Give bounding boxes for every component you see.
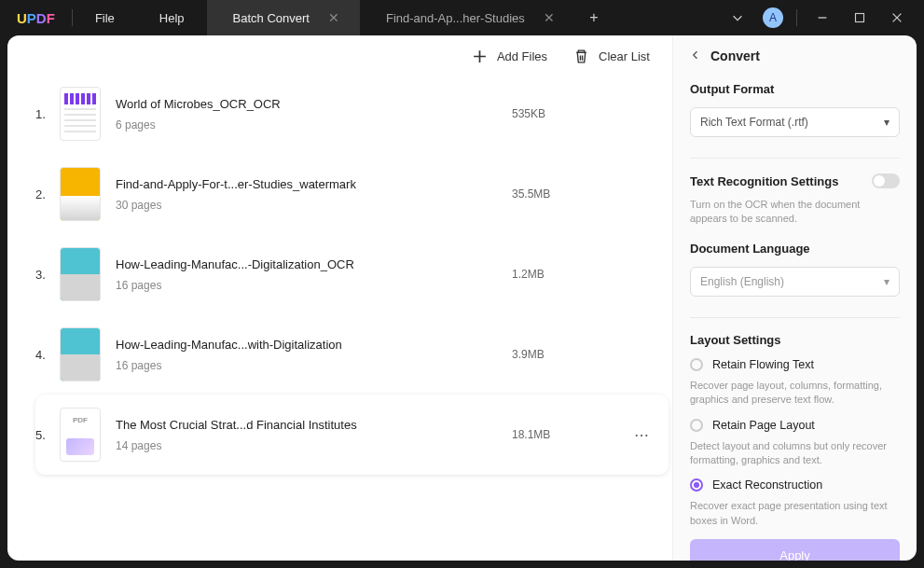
file-thumbnail [60,87,101,141]
tab-document[interactable]: Find-and-Ap...her-Studies ✕ [360,0,575,35]
file-pages: 16 pages [116,359,512,372]
file-thumbnail: PDF [60,408,101,462]
file-title: World of Microbes_OCR_OCR [116,97,512,111]
tab-label: Batch Convert [233,11,310,25]
divider [796,9,797,26]
file-thumbnail [60,167,101,221]
row-number: 3. [35,268,60,282]
tab-label: Find-and-Ap...her-Studies [386,11,525,25]
file-size: 35.5MB [512,187,624,201]
file-title: How-Leading-Manufac...with-Digitalizatio… [116,338,512,352]
file-pages: 14 pages [116,439,512,452]
output-format-label: Output Format [690,82,900,96]
file-size: 3.9MB [512,348,624,361]
close-icon[interactable]: ✕ [328,10,339,25]
select-value: English (English) [700,275,784,288]
file-size: 535KB [512,107,624,120]
file-list-panel: Add Files Clear List 1. World of Microbe… [7,35,672,561]
list-item[interactable]: 4. How-Leading-Manufac...with-Digitaliza… [35,314,669,395]
layout-label: Layout Settings [690,333,900,347]
radio-label: Retain Page Layout [712,419,815,432]
close-icon[interactable]: ✕ [544,10,555,25]
panel-title: Convert [710,48,760,63]
file-title: The Most Crucial Strat...d Financial Ins… [116,418,512,432]
tab-add-button[interactable]: + [575,0,613,35]
ocr-help-text: Turn on the OCR when the document appear… [690,198,900,227]
titlebar: UPDF File Help Batch Convert ✕ Find-and-… [0,0,924,35]
output-format-select[interactable]: Rich Text Format (.rtf) ▾ [690,107,900,137]
radio-label: Retain Flowing Text [712,358,814,371]
radio-retain-page-layout[interactable] [690,419,703,432]
ocr-toggle[interactable] [872,173,900,188]
file-title: Find-and-Apply-For-t...er-Studies_waterm… [116,177,512,191]
list-item[interactable]: 3. How-Leading-Manufac...-Digitalization… [35,234,669,314]
file-size: 18.1MB [512,428,624,441]
row-number: 1. [35,107,60,121]
file-thumbnail [60,327,101,381]
radio-help: Recover exact page presentation using te… [690,499,900,528]
convert-panel: Convert Output Format Rich Text Format (… [672,35,917,561]
ocr-label: Text Recognition Settings [690,174,838,188]
app-logo: UPDF [0,10,72,26]
window-close-icon[interactable] [885,6,909,30]
row-number: 2. [35,187,60,201]
radio-help: Recover page layout, columns, formatting… [690,379,900,408]
language-select[interactable]: English (English) ▾ [690,267,900,297]
list-item[interactable]: 1. World of Microbes_OCR_OCR 6 pages 535… [35,74,669,154]
svg-rect-0 [856,14,864,22]
radio-help: Detect layout and columns but only recov… [690,439,900,468]
avatar[interactable]: A [763,7,783,28]
minimize-icon[interactable] [810,6,834,30]
tab-strip: Batch Convert ✕ Find-and-Ap...her-Studie… [207,0,613,35]
window-controls: A [725,6,924,30]
add-files-button[interactable]: Add Files [472,48,547,64]
radio-label: Exact Reconstruction [712,478,822,492]
list-item[interactable]: 2. Find-and-Apply-For-t...er-Studies_wat… [35,154,669,234]
file-thumbnail [60,247,101,301]
file-pages: 6 pages [116,118,512,132]
file-title: How-Leading-Manufac...-Digitalization_OC… [116,257,512,271]
more-icon[interactable]: ⋯ [624,426,661,444]
file-pages: 16 pages [116,279,512,292]
radio-retain-flowing[interactable] [690,358,703,371]
chevron-down-icon[interactable] [725,6,750,30]
tab-batch-convert[interactable]: Batch Convert ✕ [207,0,360,35]
row-number: 4. [35,348,60,362]
select-value: Rich Text Format (.rtf) [700,116,808,129]
menu-file[interactable]: File [73,11,137,25]
divider [690,317,900,318]
toolbar: Add Files Clear List [7,35,672,74]
chevron-down-icon: ▾ [884,275,890,288]
file-list: 1. World of Microbes_OCR_OCR 6 pages 535… [7,74,672,561]
clear-list-button[interactable]: Clear List [573,48,650,64]
apply-button[interactable]: Apply [690,539,900,561]
menu-help[interactable]: Help [137,11,207,25]
radio-exact-reconstruction[interactable] [690,478,703,492]
chevron-left-icon[interactable] [690,49,701,63]
button-label: Add Files [497,49,547,63]
language-label: Document Language [690,242,900,256]
button-label: Clear List [599,49,650,63]
file-pages: 30 pages [116,199,512,212]
divider [690,158,900,159]
row-number: 5. [35,428,60,442]
maximize-icon[interactable] [848,6,872,30]
chevron-down-icon: ▾ [884,116,890,129]
list-item[interactable]: 5. PDF The Most Crucial Strat...d Financ… [35,395,669,475]
file-size: 1.2MB [512,268,624,281]
